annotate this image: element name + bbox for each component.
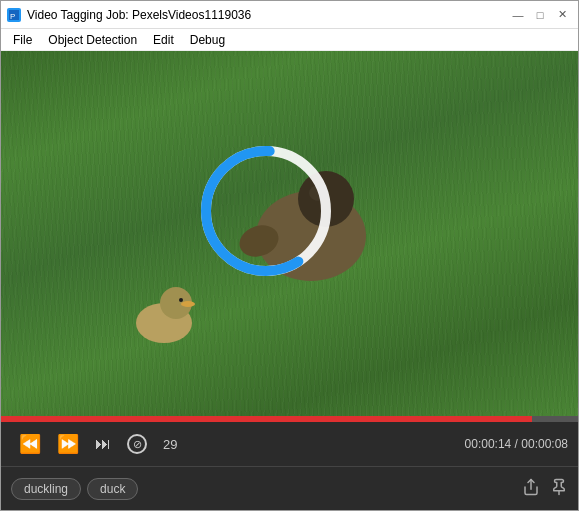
stop-icon: ⊘ bbox=[127, 434, 147, 454]
tag-duck[interactable]: duck bbox=[87, 478, 138, 500]
time-separator: / bbox=[511, 437, 521, 451]
action-icons bbox=[522, 478, 568, 500]
frame-count: 29 bbox=[163, 437, 177, 452]
menu-debug[interactable]: Debug bbox=[182, 31, 233, 49]
title-bar-left: P Video Tagging Job: PexelsVideos1119036 bbox=[7, 8, 251, 22]
close-button[interactable]: ✕ bbox=[552, 7, 572, 23]
main-window: P Video Tagging Job: PexelsVideos1119036… bbox=[0, 0, 579, 511]
svg-point-9 bbox=[181, 301, 195, 307]
time-current: 00:00:14 bbox=[465, 437, 512, 451]
menu-file[interactable]: File bbox=[5, 31, 40, 49]
tags-bar: duckling duck bbox=[1, 466, 578, 510]
menu-bar: File Object Detection Edit Debug bbox=[1, 29, 578, 51]
time-total: 00:00:08 bbox=[521, 437, 568, 451]
video-frame bbox=[1, 51, 578, 416]
fast-forward-button[interactable]: ⏩ bbox=[49, 433, 87, 455]
title-bar: P Video Tagging Job: PexelsVideos1119036… bbox=[1, 1, 578, 29]
app-icon: P bbox=[7, 8, 21, 22]
controls-bar: ⏪ ⏩ ⏭ ⊘ 29 00:00:14 / 00:00:08 bbox=[1, 416, 578, 466]
minimize-button[interactable]: — bbox=[508, 7, 528, 23]
maximize-button[interactable]: □ bbox=[530, 7, 550, 23]
stop-button[interactable]: ⊘ bbox=[119, 434, 155, 454]
svg-point-8 bbox=[179, 298, 183, 302]
time-display: 00:00:14 / 00:00:08 bbox=[465, 437, 568, 451]
menu-edit[interactable]: Edit bbox=[145, 31, 182, 49]
video-area[interactable] bbox=[1, 51, 578, 416]
window-controls: — □ ✕ bbox=[508, 7, 572, 23]
svg-text:P: P bbox=[10, 12, 15, 20]
progress-bar[interactable] bbox=[1, 416, 578, 422]
pin-icon[interactable] bbox=[550, 478, 568, 500]
duckling-body bbox=[126, 281, 201, 346]
tag-duckling[interactable]: duckling bbox=[11, 478, 81, 500]
window-title: Video Tagging Job: PexelsVideos1119036 bbox=[27, 8, 251, 22]
detection-circle bbox=[196, 141, 336, 281]
controls-row: ⏪ ⏩ ⏭ ⊘ 29 00:00:14 / 00:00:08 bbox=[1, 422, 578, 466]
skip-icon: ⏭ bbox=[95, 435, 111, 453]
share-icon[interactable] bbox=[522, 478, 540, 500]
menu-object-detection[interactable]: Object Detection bbox=[40, 31, 145, 49]
progress-bar-fill bbox=[1, 416, 532, 422]
skip-button[interactable]: ⏭ bbox=[87, 435, 119, 453]
rewind-button[interactable]: ⏪ bbox=[11, 433, 49, 455]
